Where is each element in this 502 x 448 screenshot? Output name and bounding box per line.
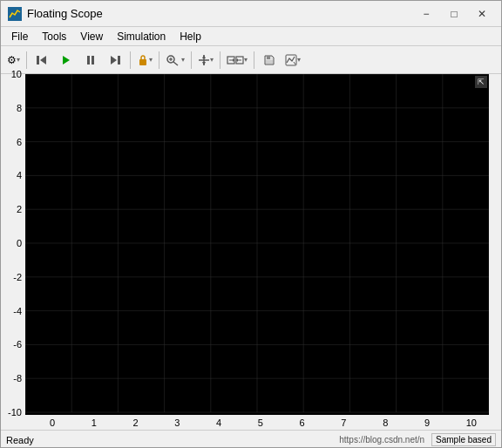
toolbar-separator-1 (26, 51, 27, 69)
step-forward-button[interactable] (104, 50, 126, 71)
x-axis: 0 1 2 3 4 5 6 7 8 9 10 (25, 415, 489, 430)
chart-wrapper: ⇱ 0 1 2 3 4 5 6 7 8 9 10 (25, 74, 489, 430)
svg-rect-8 (139, 59, 146, 65)
stop-back-icon (36, 54, 48, 66)
cursor-dropdown[interactable]: ▾ (195, 50, 216, 71)
y-axis: 1086420-2-4-6-8-10 (1, 74, 25, 412)
chevron-down-icon: ▾ (244, 56, 248, 64)
plot-options-icon (285, 54, 297, 66)
stop-back-button[interactable] (31, 50, 53, 71)
svg-rect-24 (266, 60, 273, 64)
y-label-6: 6 (17, 137, 22, 147)
gear-icon: ⚙ (7, 54, 17, 66)
window-controls: − □ ✕ (414, 5, 494, 23)
lock-icon (137, 54, 149, 66)
save-button[interactable] (258, 50, 281, 71)
status-mode: Sample based (431, 433, 496, 446)
toolbar-separator-4 (191, 51, 192, 69)
settings-dropdown[interactable]: ⚙ ▾ (4, 50, 23, 71)
axes-zoom-dropdown[interactable]: ▾ (224, 50, 250, 71)
x-label-6: 6 (300, 417, 305, 428)
toolbar-separator-5 (220, 51, 220, 69)
chart-area: ⇱ (25, 74, 489, 415)
svg-line-10 (173, 62, 178, 65)
app-icon (8, 7, 22, 21)
x-label-1: 1 (92, 417, 97, 428)
svg-marker-2 (40, 56, 46, 64)
zoom-icon (166, 54, 181, 66)
x-label-4: 4 (216, 417, 221, 428)
save-icon (263, 54, 275, 66)
svg-marker-16 (202, 62, 206, 65)
svg-marker-15 (202, 55, 206, 58)
y-label-10: 10 (11, 69, 22, 79)
svg-rect-4 (87, 56, 90, 64)
maximize-button[interactable]: □ (442, 5, 466, 23)
chevron-down-icon: ▾ (181, 56, 185, 64)
svg-marker-6 (111, 56, 117, 64)
menu-bar: File Tools View Simulation Help (1, 27, 501, 46)
x-label-10: 10 (466, 417, 477, 428)
toolbar-separator-6 (254, 51, 254, 69)
window-title: Floating Scope (27, 7, 414, 20)
svg-rect-23 (267, 56, 270, 59)
svg-rect-5 (92, 56, 94, 64)
play-icon (60, 54, 72, 66)
lock-dropdown[interactable]: ▾ (134, 50, 155, 71)
step-forward-icon (109, 54, 121, 66)
menu-view[interactable]: View (73, 29, 110, 44)
y-label--8: -8 (13, 373, 22, 384)
svg-marker-3 (63, 56, 70, 64)
grid-svg (25, 74, 489, 415)
chevron-down-icon: ▾ (210, 56, 214, 64)
chevron-down-icon: ▾ (149, 56, 153, 64)
x-label-0: 0 (50, 417, 55, 428)
svg-rect-7 (118, 56, 120, 64)
close-button[interactable]: ✕ (470, 5, 494, 23)
y-label-4: 4 (17, 170, 22, 180)
x-label-5: 5 (258, 417, 263, 428)
menu-tools[interactable]: Tools (35, 29, 73, 44)
y-label--6: -6 (13, 339, 22, 350)
chart-canvas: ⇱ (25, 74, 489, 415)
y-label-0: 0 (17, 238, 22, 248)
minimize-button[interactable]: − (414, 5, 438, 23)
play-button[interactable] (55, 50, 78, 71)
axes-zoom-icon (227, 54, 244, 66)
svg-line-26 (294, 62, 295, 64)
x-label-9: 9 (424, 417, 430, 428)
chevron-down-icon: ▾ (17, 56, 20, 64)
y-label--2: -2 (13, 272, 22, 282)
zoom-dropdown[interactable]: ▾ (163, 50, 187, 71)
status-url: https://blog.csdn.net/n (339, 435, 424, 445)
x-label-3: 3 (174, 417, 180, 428)
x-label-8: 8 (383, 417, 388, 428)
y-label--10: -10 (8, 407, 22, 417)
right-margin (489, 74, 501, 430)
status-bar: Ready https://blog.csdn.net/n Sample bas… (1, 430, 501, 448)
svg-rect-1 (37, 56, 39, 64)
x-label-7: 7 (341, 417, 346, 428)
menu-help[interactable]: Help (173, 29, 208, 44)
status-text: Ready (6, 435, 339, 445)
chevron-down-icon: ▾ (297, 56, 301, 64)
toolbar-separator-3 (159, 51, 159, 69)
title-bar: Floating Scope − □ ✕ (1, 1, 501, 27)
menu-file[interactable]: File (4, 29, 35, 44)
main-content: 1086420-2-4-6-8-10 ⇱ 0 1 2 3 4 5 6 7 8 9… (1, 74, 501, 430)
y-label-2: 2 (17, 204, 22, 214)
stop-button[interactable] (79, 50, 102, 71)
plot-options-dropdown[interactable]: ▾ (282, 50, 303, 71)
menu-simulation[interactable]: Simulation (110, 29, 173, 44)
expand-button[interactable]: ⇱ (475, 76, 487, 88)
y-label--4: -4 (13, 306, 22, 316)
toolbar-separator-2 (130, 51, 131, 69)
toolbar: ⚙ ▾ ▾ (1, 46, 501, 74)
y-label-8: 8 (17, 103, 22, 113)
x-axis-labels: 0 1 2 3 4 5 6 7 8 9 10 (50, 415, 477, 430)
cursor-icon (198, 54, 210, 66)
stop-icon (85, 54, 97, 66)
x-label-2: 2 (133, 417, 139, 428)
